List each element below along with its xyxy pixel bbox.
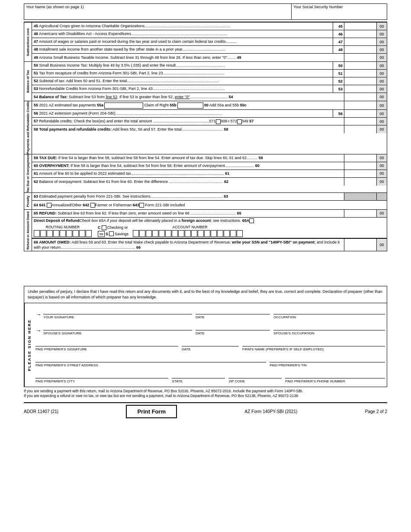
- amount-50[interactable]: [344, 62, 376, 69]
- label-state: STATE: [172, 379, 225, 383]
- amount-59[interactable]: [344, 154, 376, 162]
- amount-58[interactable]: [344, 125, 376, 133]
- vert-label-balance: Balance of Tax: [24, 62, 32, 101]
- vert-label-penalty: Penalty: [24, 193, 32, 209]
- line-55: 55 2021 AZ estimated tax payments 55a Cl…: [32, 101, 387, 110]
- line-66: 66 AMOUNT OWED: Add lines 59 and 63. Ent…: [32, 238, 387, 251]
- input-your-signature[interactable]: [43, 305, 192, 314]
- input-spouse-occupation[interactable]: [273, 321, 385, 330]
- vert-label-subtractions: Subtractions cont.: [24, 22, 32, 61]
- sig-fields: → YOUR SIGNATURE DATE: [34, 303, 387, 387]
- amount-54[interactable]: [344, 93, 376, 101]
- input-state[interactable]: [172, 369, 225, 378]
- amount-49[interactable]: [344, 54, 376, 61]
- label-city: PAID PREPARER'S CITY: [35, 379, 168, 383]
- footer-mail-note1: If you are sending a payment with this r…: [24, 389, 387, 394]
- footer-bar: ADOR 11407 (21) Print Form AZ Form 140PY…: [24, 402, 387, 420]
- checkbox-savings[interactable]: [109, 231, 114, 236]
- amount-53[interactable]: [344, 85, 376, 93]
- amount-52[interactable]: [344, 77, 376, 85]
- amount-60[interactable]: [344, 162, 376, 170]
- line-57: 57 Refundable credits: Check the box(es)…: [32, 118, 387, 125]
- balance-lines: 50 Small Business Income Tax: Multiply l…: [32, 62, 387, 101]
- section-refund: Refund or Amount Owed 65 REFUND: Subtrac…: [24, 210, 387, 251]
- amount-47[interactable]: [344, 38, 376, 45]
- label-zip: ZIP CODE: [228, 379, 282, 383]
- line-56: 56 2021 AZ extension payment (Form 204-S…: [32, 110, 387, 118]
- amount-48[interactable]: [344, 46, 376, 53]
- label-street-address: PAID PREPARER'S STREET ADDRESS: [35, 363, 266, 367]
- line-45: 45 Agricultural Crops given to Ariszona …: [32, 22, 387, 30]
- line-52: 52 Subtotal of tax: Add lines 50 and 51.…: [32, 77, 387, 85]
- input-55a[interactable]: [104, 103, 143, 109]
- line-49: 49 Arizona Small Business Taxable Income…: [32, 54, 387, 61]
- line-59: 59 TAX DUE: If line 54 is larger than li…: [32, 154, 387, 162]
- amount-56[interactable]: [344, 110, 376, 117]
- input-city[interactable]: [35, 369, 168, 378]
- header-name-label: Your Name (as shown on page 1): [24, 4, 292, 19]
- amount-55c[interactable]: [344, 101, 376, 109]
- amount-66[interactable]: [344, 239, 376, 251]
- line-48: 48 Installment sale income from another …: [32, 46, 387, 54]
- label-firm-name: FIRM'S NAME (PREPARER'S IF SELF-EMPLOYED…: [242, 347, 385, 351]
- section-balance: Balance of Tax 50 Small Business Income …: [24, 62, 387, 101]
- footer-notes: If you are sending a payment with this r…: [24, 389, 387, 399]
- line-65-deposit: Direct Deposit of RefundCheck box 65A if…: [32, 218, 387, 238]
- header-ssn-label: Your Social Security Number: [292, 4, 387, 19]
- vert-label-payments: Payments and Refundable Credits: [24, 101, 32, 154]
- label-occupation: OCCUPATION: [273, 315, 385, 319]
- form-label: AZ Form 140PY-SBI (2021): [245, 409, 298, 414]
- page: Your Name (as shown on page 1) Your Soci…: [0, 3, 411, 532]
- section-taxdue: Tax Due or Overpayment 59 TAX DUE: If li…: [24, 154, 387, 193]
- label-phone: PAID PREPARER'S PHONE NUMBER: [285, 379, 385, 383]
- line-51: 51 Tax from recapture of credits from Ar…: [32, 70, 387, 77]
- header-row: Your Name (as shown on page 1) Your Soci…: [24, 3, 387, 20]
- amount-61[interactable]: [344, 170, 376, 177]
- form-main: Subtractions cont. 45 Agricultural Crops…: [24, 22, 387, 251]
- input-paid-preparer-sig[interactable]: [35, 337, 178, 346]
- label-spouse-signature: SPOUSE'S SIGNATURE: [43, 331, 192, 335]
- account-boxes: [133, 230, 243, 237]
- line-62: 62 Balance of overpayment: Subtract line…: [32, 178, 387, 186]
- vert-label-taxdue: Tax Due or Overpayment: [24, 154, 32, 192]
- input-date2[interactable]: [196, 321, 270, 330]
- amount-65[interactable]: [344, 210, 376, 217]
- amount-51[interactable]: [344, 70, 376, 77]
- arrow-icon-1: →: [35, 311, 42, 318]
- amount-46[interactable]: [344, 30, 376, 38]
- taxdue-lines: 59 TAX DUE: If line 54 is larger than li…: [32, 154, 387, 192]
- input-date3[interactable]: [182, 337, 239, 346]
- line-65: 65 REFUND: Subtract line 63 from line 62…: [32, 210, 387, 218]
- signature-section: Under penalties of perjury, I declare th…: [24, 286, 387, 387]
- input-tin[interactable]: [270, 353, 385, 362]
- line-64: 64 641 Annualized/Other 642 Farmer or Fi…: [32, 201, 387, 209]
- label-date1: DATE: [196, 315, 270, 319]
- input-zip[interactable]: [228, 369, 282, 378]
- line-47: 47 Amount of wages or salaries paid or i…: [32, 38, 387, 46]
- amount-57[interactable]: [344, 118, 376, 125]
- print-button[interactable]: Print Form: [126, 405, 177, 418]
- input-spouse-signature[interactable]: [43, 321, 192, 330]
- arrow-icon-2: →: [35, 327, 42, 334]
- payments-lines: 55 2021 AZ estimated tax payments 55a Cl…: [32, 101, 387, 154]
- line-46: 46 Americans with Disabilities Act - Acc…: [32, 30, 387, 38]
- vert-label-refund: Refund or Amount Owed: [24, 210, 32, 251]
- label-spouse-occupation: SPOUSE'S OCCUPATION: [273, 331, 385, 335]
- input-street-address[interactable]: [35, 353, 266, 362]
- amount-63[interactable]: [344, 193, 376, 200]
- label-tin: PAID PREPARER'S TIN: [270, 363, 385, 367]
- line-58: 58 Total payments and refundable credits…: [32, 125, 387, 133]
- checkbox-checking[interactable]: [102, 225, 106, 230]
- label-your-signature: YOUR SIGNATURE: [43, 315, 192, 319]
- line-61: 61 Amount of line 60 to be applied to 20…: [32, 170, 387, 178]
- page-label: Page 2 of 2: [365, 409, 387, 414]
- input-occupation[interactable]: [273, 305, 385, 314]
- amount-62[interactable]: [344, 178, 376, 186]
- section-penalty: Penalty 63 Estimated payment penalty fro…: [24, 193, 387, 210]
- label-paid-preparer-sig: PAID PREPARER'S SIGNATURE: [35, 347, 178, 351]
- input-firm-name[interactable]: [242, 337, 385, 346]
- input-phone[interactable]: [285, 369, 385, 378]
- input-55b[interactable]: [177, 103, 203, 109]
- input-date1[interactable]: [196, 305, 270, 314]
- amount-45[interactable]: [344, 22, 376, 30]
